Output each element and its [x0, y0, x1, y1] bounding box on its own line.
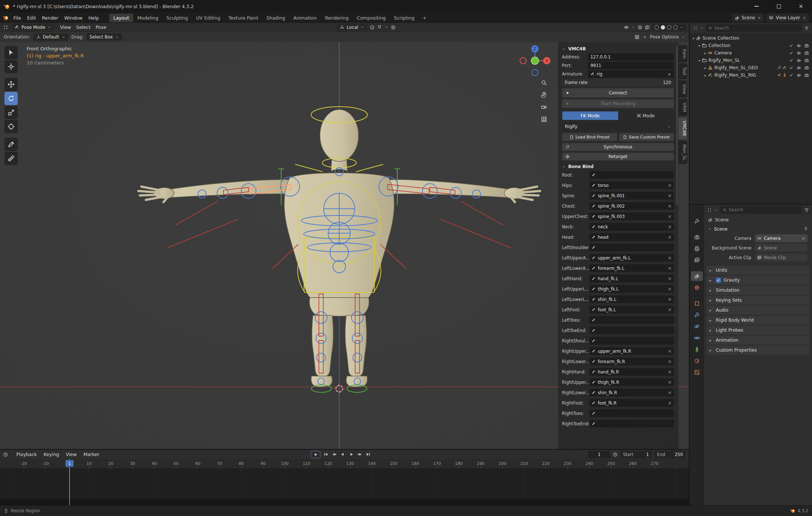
menubar-item[interactable]: File — [10, 14, 24, 22]
clear-bone-icon[interactable]: × — [668, 297, 672, 302]
collapsed-panel-header[interactable]: ▸ Animation — [707, 336, 809, 345]
hide-viewport-eye-icon[interactable] — [796, 73, 801, 78]
viewport-menu-item[interactable]: Select — [74, 24, 93, 31]
toolbar-tool-button[interactable] — [4, 152, 18, 165]
bone-field[interactable]: upper_arm_fk.R × — [589, 347, 674, 355]
disable-render-camera-icon[interactable] — [804, 73, 809, 78]
chevron-down-icon[interactable] — [680, 25, 684, 29]
toolbar-tool-button[interactable] — [4, 106, 18, 119]
playback-button[interactable] — [322, 451, 330, 458]
pivot-point-icon[interactable] — [370, 25, 375, 30]
rendered-shading-icon[interactable] — [673, 25, 678, 30]
properties-tab[interactable] — [691, 368, 703, 377]
property-field[interactable]: Scene × — [755, 244, 808, 252]
bone-bind-section-header[interactable]: Bone Bind — [562, 162, 674, 171]
minimize-button[interactable] — [745, 0, 768, 13]
outliner-search-input[interactable] — [714, 26, 800, 31]
workspace-tab[interactable]: Rendering — [321, 14, 353, 22]
expand-arrow-icon[interactable]: ▸ — [703, 73, 708, 77]
view-layer-selector[interactable]: View Layer — [766, 14, 809, 22]
bone-field[interactable]: shin_fk.R × — [589, 389, 674, 396]
toolbar-tool-button[interactable] — [4, 78, 18, 91]
collapsed-panel-header[interactable]: ▸ Audio — [707, 306, 809, 315]
bone-field[interactable]: spine_fk.002 × — [589, 202, 674, 210]
collapsed-panel-header[interactable]: ▸ Rigid Body World — [707, 316, 809, 325]
selectable-checkbox-icon[interactable] — [789, 51, 794, 55]
current-frame-field[interactable]: 1 — [588, 451, 610, 458]
properties-tab[interactable] — [691, 345, 703, 354]
close-button[interactable]: × — [790, 0, 812, 13]
bone-field[interactable]: forearm_fk.L × — [589, 264, 674, 272]
viewport-nav-icon[interactable] — [540, 116, 547, 123]
playhead-frame-label[interactable]: 1 — [65, 460, 74, 467]
selectable-checkbox-icon[interactable] — [789, 43, 794, 48]
hide-viewport-eye-icon[interactable] — [796, 66, 801, 70]
bone-field[interactable]: hand_fk.R × — [589, 368, 674, 376]
bone-field[interactable]: foot_fk.L × — [589, 306, 674, 314]
collapsed-panel-header[interactable]: ▸ Units — [707, 266, 809, 275]
frame-rate-slider[interactable]: frame rate120 — [562, 79, 674, 86]
clear-bone-icon[interactable]: × — [668, 401, 672, 405]
viewport-3d[interactable]: Front Orthographic (1) rig : upper_arm_f… — [0, 42, 689, 449]
bone-field[interactable]: thigh_fk.R × — [589, 378, 674, 386]
grid-options-icon[interactable] — [634, 34, 640, 40]
workspace-tab[interactable]: Compositing — [353, 14, 390, 22]
wireframe-shading-icon[interactable] — [654, 25, 659, 30]
timeline-menu-item[interactable]: Playback — [13, 450, 40, 458]
collapsed-panel-header[interactable]: ▸ Simulation — [707, 286, 809, 295]
clear-bone-icon[interactable]: × — [668, 349, 672, 354]
properties-tab[interactable] — [691, 283, 703, 292]
vmc4b-panel-header[interactable]: VMC4B — [562, 44, 674, 53]
workspace-tab[interactable]: Animation — [289, 14, 321, 22]
clear-bone-icon[interactable]: × — [668, 235, 672, 239]
properties-tab[interactable] — [691, 255, 703, 265]
outliner-editor-icon[interactable] — [693, 26, 698, 31]
toolbar-tool-button[interactable] — [4, 60, 18, 73]
pose-options-dropdown[interactable]: Pose Options — [650, 34, 685, 40]
fk-mode-button[interactable]: FK Mode — [562, 111, 618, 120]
bone-field[interactable]: neck × — [589, 223, 674, 231]
timeline-ruler[interactable]: -20-100102030405060708090100110120130140… — [0, 459, 689, 468]
workspace-tab[interactable]: Layout — [109, 14, 133, 22]
bone-field[interactable]: × — [589, 244, 674, 251]
disable-render-camera-icon[interactable] — [804, 43, 809, 48]
viewport-nav-icon[interactable] — [540, 79, 547, 86]
playback-button[interactable] — [330, 451, 338, 458]
playback-button[interactable] — [339, 451, 347, 458]
outliner-row[interactable]: ▾ Scene Collection — [690, 34, 812, 42]
bone-field[interactable]: torso × — [589, 181, 674, 189]
clear-bone-icon[interactable]: × — [668, 369, 672, 374]
workspace-tab[interactable]: Modeling — [133, 14, 162, 22]
clear-bone-icon[interactable]: × — [668, 204, 672, 208]
snap-magnet-icon[interactable] — [377, 25, 382, 30]
selectable-checkbox-icon[interactable] — [789, 58, 794, 63]
timeline-menu-item[interactable]: Marker — [80, 450, 102, 458]
viewport-menu-item[interactable]: Pose — [93, 24, 109, 31]
maximize-button[interactable] — [768, 0, 790, 13]
hide-viewport-eye-icon[interactable] — [796, 58, 801, 63]
preset-dropdown[interactable]: Rigify — [562, 122, 674, 131]
panel-scrollbar[interactable] — [676, 46, 678, 205]
connect-button[interactable]: Connect — [562, 88, 674, 98]
viewport-nav-icon[interactable] — [540, 104, 547, 111]
sidebar-tab[interactable]: Item — [678, 45, 687, 62]
editor-type-icon[interactable] — [3, 24, 9, 30]
bone-field[interactable]: head × — [589, 233, 674, 241]
chevron-down-icon[interactable] — [714, 208, 718, 212]
bone-field[interactable]: foot_fk.R × — [589, 399, 674, 407]
material-shading-icon[interactable] — [667, 25, 671, 30]
clear-bone-icon[interactable]: × — [668, 214, 672, 219]
collapsed-panel-header[interactable]: ▸ Custom Properties — [707, 346, 809, 355]
workspace-tab[interactable]: Shading — [262, 14, 289, 22]
properties-tab[interactable] — [691, 322, 703, 331]
outliner-row[interactable]: ▾ Rigify_Men_SL — [690, 57, 812, 64]
expand-arrow-icon[interactable]: ▾ — [697, 44, 702, 48]
clear-bone-icon[interactable]: × — [668, 266, 672, 271]
expand-arrow-icon[interactable]: ▾ — [697, 58, 702, 63]
properties-tab[interactable] — [691, 310, 703, 320]
pin-icon[interactable] — [803, 227, 808, 231]
workspace-tab[interactable]: Sculpting — [162, 14, 192, 22]
properties-tab[interactable] — [691, 299, 703, 308]
sidebar-tab[interactable]: VRM — [678, 99, 687, 116]
timeline-menu-item[interactable]: View — [63, 450, 80, 458]
